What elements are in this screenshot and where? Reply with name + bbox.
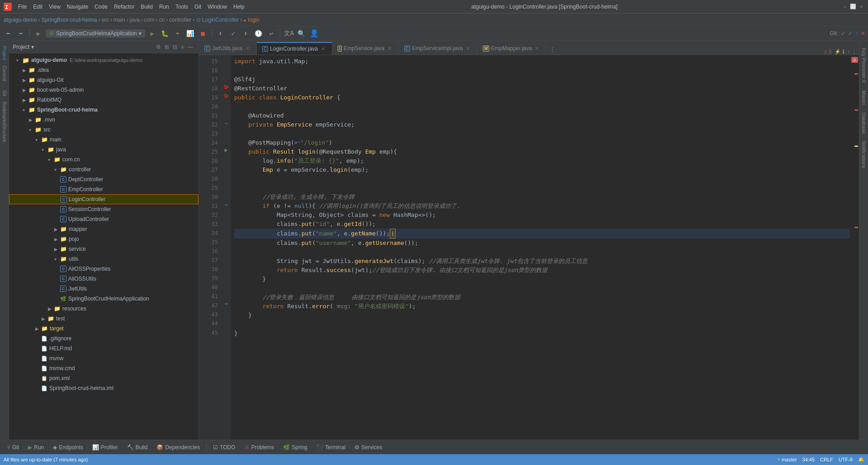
menu-tools[interactable]: Tools xyxy=(173,3,191,11)
breadcrumb-java[interactable]: java xyxy=(130,17,140,23)
notifications-btn[interactable]: Notifications xyxy=(859,137,868,172)
bottom-tab-todo[interactable]: ☑ TODO xyxy=(209,442,239,452)
tree-item-upload[interactable]: C UploadController xyxy=(9,214,198,224)
tree-item-jwt-utils[interactable]: C JwtUtils xyxy=(9,284,198,294)
bookmarks-sidebar-btn[interactable]: Bookmarks xyxy=(0,104,9,122)
tree-item-pojo[interactable]: ▶ 📁 pojo xyxy=(9,234,198,244)
menu-code[interactable]: Code xyxy=(92,3,110,11)
panel-collapse[interactable]: ⊟ xyxy=(171,43,179,51)
menu-help[interactable]: Help xyxy=(231,3,247,11)
tree-item-target[interactable]: ▶ 📁 target xyxy=(9,324,198,333)
tree-item-src[interactable]: ▾ 📁 src xyxy=(9,125,198,135)
tab-empmapper-close[interactable]: ✕ xyxy=(533,45,540,52)
tree-item-atguigu-git[interactable]: ▶ 📁 atguigu-Git xyxy=(9,75,198,85)
tab-more[interactable]: ⋮ xyxy=(546,45,559,55)
tree-item-mapper[interactable]: ▶ 📁 mapper xyxy=(9,224,198,234)
tree-item-alioss-utils[interactable]: C AliOSSUtils xyxy=(9,274,198,284)
key-promoter-btn[interactable]: Key Promoter X xyxy=(859,44,868,87)
back-button[interactable]: ⬅ xyxy=(3,28,14,39)
coverage-button[interactable]: ☂ xyxy=(172,28,183,39)
project-sidebar-btn[interactable]: Project xyxy=(0,44,9,62)
tree-item-test[interactable]: ▶ 📁 test xyxy=(9,314,198,324)
down-arrow[interactable]: ↓ xyxy=(853,49,856,55)
run-app-button[interactable]: ▶ xyxy=(147,28,158,39)
tab-empserviceimpl[interactable]: C EmpServiceImpl.java ✕ xyxy=(399,42,477,55)
tab-jwtutils[interactable]: C JwtUtils.java ✕ xyxy=(199,42,257,55)
breadcrumb-com[interactable]: com xyxy=(144,17,155,23)
bottom-tab-services[interactable]: ⚙ Services xyxy=(351,442,386,452)
minimize-button[interactable]: — xyxy=(842,4,848,10)
tree-item-utils[interactable]: ▾ 📁 utils xyxy=(9,254,198,264)
search-button[interactable]: 🔍 xyxy=(296,28,307,39)
tree-item-springboot-crud[interactable]: ▾ 📁 SpringBoot-crud-heima xyxy=(9,105,198,115)
git-update-button[interactable]: ⬇ xyxy=(215,28,226,39)
menu-window[interactable]: Window xyxy=(205,3,230,11)
tree-item-resources[interactable]: ▶ 📁 resources xyxy=(9,304,198,314)
tree-item-boot-web[interactable]: ▶ 📁 boot-web-05-admin xyxy=(9,85,198,95)
tree-item-mvnw[interactable]: 📄 mvnw xyxy=(9,353,198,363)
tree-item-idea[interactable]: ▶ 📁 .idea xyxy=(9,65,198,75)
tree-item-emp[interactable]: C EmpController xyxy=(9,184,198,194)
forward-button[interactable]: ➡ xyxy=(15,28,26,39)
tree-item-mvn[interactable]: ▶ 📁 .mvn xyxy=(9,115,198,125)
menu-navigate[interactable]: Navigate xyxy=(64,3,91,11)
database-btn[interactable]: Database xyxy=(859,109,868,137)
panel-expand[interactable]: ⊞ xyxy=(163,43,171,51)
tree-item-help-md[interactable]: 📄 HELP.md xyxy=(9,343,198,353)
panel-settings[interactable]: ≡ xyxy=(179,43,186,51)
tree-item-iml[interactable]: 📄 SpringBoot-crud-heima.iml xyxy=(9,383,198,393)
bottom-tab-dependencies[interactable]: 📦 Dependencies xyxy=(153,442,203,452)
tree-item-pom-xml[interactable]: 📋 pom.xml xyxy=(9,373,198,383)
settings-button[interactable]: 👤 xyxy=(309,28,320,39)
git-push-button[interactable]: ⬆ xyxy=(241,28,251,39)
tree-item-controller[interactable]: ▾ 📁 controller xyxy=(9,164,198,174)
tree-item-gitignore[interactable]: 📄 .gitignore xyxy=(9,333,198,343)
menu-run[interactable]: Run xyxy=(156,3,172,11)
notifications-icon[interactable]: 🔔 xyxy=(858,457,864,463)
breadcrumb-module[interactable]: SpringBoot-crud-heima xyxy=(41,17,97,23)
run-button[interactable]: ▶ xyxy=(33,28,44,39)
bottom-tab-endpoints[interactable]: ◈ Endpoints xyxy=(49,442,86,452)
git-branch[interactable]: ⑂ master xyxy=(777,457,797,462)
breadcrumb-project[interactable]: atguigu-demo xyxy=(4,17,37,23)
tree-item-session[interactable]: C SessionController xyxy=(9,204,198,214)
code-editor[interactable]: import java.util.Map; @Slf4j @RestContro… xyxy=(231,55,854,440)
git-sidebar-btn[interactable]: Git xyxy=(0,84,9,102)
tab-logincontroller[interactable]: C LoginController.java ✕ xyxy=(257,42,332,55)
menu-file[interactable]: File xyxy=(15,3,29,11)
structure-sidebar-btn[interactable]: Structure xyxy=(0,124,9,142)
tab-empservice[interactable]: I EmpService.java ✕ xyxy=(332,42,399,55)
tree-item-rabbitmq[interactable]: ▶ 📁 RabbitMQ xyxy=(9,95,198,105)
menu-build[interactable]: Build xyxy=(138,3,156,11)
menu-edit[interactable]: Edit xyxy=(30,3,45,11)
tab-jwtutils-close[interactable]: ✕ xyxy=(244,45,251,52)
breadcrumb-cn[interactable]: cn xyxy=(159,17,165,23)
commit-sidebar-btn[interactable]: Commit xyxy=(0,64,9,82)
tab-empservice-close[interactable]: ✕ xyxy=(386,45,393,52)
tree-item-com-cn[interactable]: ▾ 📁 com.cn xyxy=(9,155,198,164)
tree-item-root[interactable]: ▾ 📁 atguigu-demo E:\idea-workspace\atgui… xyxy=(9,55,198,65)
tree-item-service[interactable]: ▶ 📁 service xyxy=(9,244,198,254)
run-config[interactable]: ⚙ SpringBootCrudHeimaApplication ▾ xyxy=(46,29,145,38)
tab-empserviceimpl-close[interactable]: ✕ xyxy=(465,45,472,52)
git-history-button[interactable]: 🕐 xyxy=(253,28,264,39)
bottom-tab-git[interactable]: ⑂ Git xyxy=(4,442,23,452)
breadcrumb-src[interactable]: src xyxy=(102,17,109,23)
tree-item-spring-boot-app[interactable]: 🌿 SpringBootCrudHeimaApplication xyxy=(9,294,198,304)
maven-btn[interactable]: Maven xyxy=(859,87,868,109)
breadcrumb-method[interactable]: ⬥ login xyxy=(243,17,259,23)
bottom-tab-spring[interactable]: 🌿 Spring xyxy=(279,442,311,452)
close-button[interactable]: ✕ xyxy=(858,4,864,10)
menu-git[interactable]: Git xyxy=(192,3,204,11)
revert-button[interactable]: ↩ xyxy=(266,28,277,39)
bottom-tab-build[interactable]: 🔨 Build xyxy=(123,442,151,452)
tree-item-main[interactable]: ▾ 📁 main xyxy=(9,135,198,145)
profile-button[interactable]: 📊 xyxy=(185,28,196,39)
maximize-button[interactable]: ⬜ xyxy=(850,4,856,10)
stop-button[interactable]: ■ xyxy=(198,28,208,39)
panel-gear[interactable]: ⚙ xyxy=(154,43,163,51)
encoding[interactable]: UTF-8 xyxy=(839,457,853,462)
tree-item-dept[interactable]: C DeptController xyxy=(9,174,198,184)
tab-empmapper[interactable]: M EmpMapper.java ✕ xyxy=(477,42,546,55)
menu-refactor[interactable]: Refactor xyxy=(111,3,137,11)
